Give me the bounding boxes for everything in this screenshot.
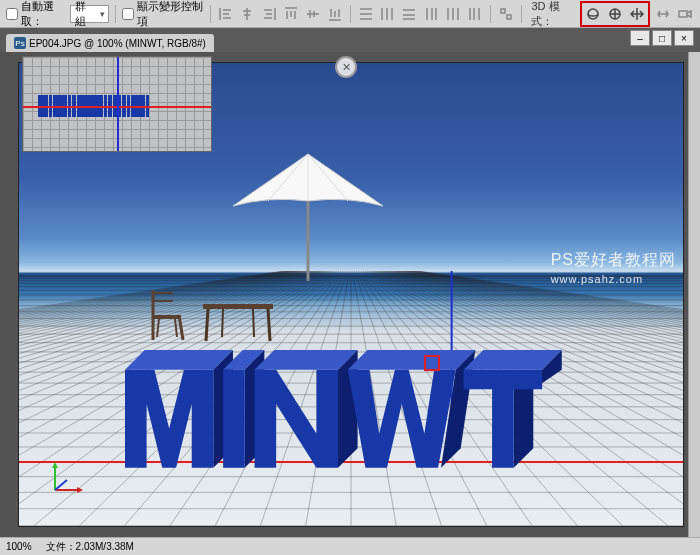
svg-rect-135 [223, 370, 245, 468]
document-tab[interactable]: Ps EP004.JPG @ 100% (MINWT, RGB/8#) [6, 34, 214, 52]
svg-rect-1 [507, 15, 511, 19]
svg-rect-0 [501, 9, 505, 13]
camera-3d-icon[interactable] [676, 4, 694, 24]
close-button[interactable]: × [674, 30, 694, 46]
align-middle-icon[interactable] [304, 4, 322, 24]
watermark-url: www.psahz.com [551, 273, 676, 285]
divider [350, 5, 351, 23]
distribute-v-icon[interactable] [379, 4, 397, 24]
orbit-3d-icon[interactable] [583, 4, 603, 24]
divider [521, 5, 522, 23]
chair [145, 285, 195, 345]
selection-cursor [424, 355, 440, 371]
distribute-left-icon[interactable] [422, 4, 440, 24]
options-toolbar: 自動選取： 群組 顯示變形控制項 3D 模式： [0, 0, 700, 28]
distribute-h-icon[interactable] [444, 4, 462, 24]
align-bottom-icon[interactable] [326, 4, 344, 24]
distribute-right-icon[interactable] [466, 4, 484, 24]
group-dropdown[interactable]: 群組 [70, 5, 108, 23]
svg-line-123 [253, 309, 254, 337]
auto-align-icon[interactable] [497, 4, 515, 24]
align-left-icon[interactable] [217, 4, 235, 24]
watermark-title: PS爱好者教程网 [551, 251, 676, 268]
tab-title: EP004.JPG @ 100% (MINWT, RGB/8#) [29, 38, 206, 49]
minimap-close-button[interactable]: ✕ [335, 56, 357, 78]
transform-controls-label: 顯示變形控制項 [137, 0, 204, 29]
minimap-blue-axis [117, 57, 119, 151]
ps-file-icon: Ps [14, 37, 26, 49]
svg-line-121 [268, 309, 270, 341]
mode-3d-highlight [580, 1, 650, 27]
distribute-top-icon[interactable] [357, 4, 375, 24]
distribute-bottom-icon[interactable] [400, 4, 418, 24]
minimap-panel[interactable] [22, 56, 212, 152]
transform-controls-checkbox[interactable] [122, 8, 134, 20]
svg-point-2 [588, 9, 598, 19]
tab-bar: Ps EP004.JPG @ 100% (MINWT, RGB/8#) [0, 28, 700, 52]
auto-select-checkbox[interactable] [6, 8, 18, 20]
table [198, 299, 278, 344]
vertical-scrollbar[interactable] [688, 52, 700, 537]
align-center-h-icon[interactable] [239, 4, 257, 24]
maximize-button[interactable]: □ [652, 30, 672, 46]
rotate-3d-icon[interactable] [605, 4, 625, 24]
divider [115, 5, 116, 23]
divider [210, 5, 211, 23]
status-bar: 100% 文件：2.03M/3.38M [0, 537, 700, 555]
slide-3d-icon[interactable] [654, 4, 672, 24]
window-controls: – □ × [630, 30, 694, 46]
mode-3d-label: 3D 模式： [531, 0, 576, 29]
transform-controls-group: 顯示變形控制項 [122, 0, 204, 29]
axis-gizmo[interactable] [47, 458, 87, 498]
doc-info: 文件：2.03M/3.38M [46, 540, 134, 554]
auto-select-label: 自動選取： [21, 0, 67, 29]
svg-line-120 [206, 309, 208, 341]
watermark: PS爱好者教程网 www.psahz.com [551, 250, 676, 285]
svg-marker-146 [77, 487, 83, 493]
svg-marker-138 [348, 350, 476, 370]
svg-marker-144 [52, 462, 58, 468]
svg-rect-119 [203, 304, 273, 309]
text-3d-minwt [125, 350, 577, 489]
zoom-level[interactable]: 100% [6, 541, 32, 552]
svg-line-130 [175, 319, 177, 337]
umbrella [218, 146, 398, 286]
svg-rect-127 [153, 315, 181, 319]
svg-line-128 [179, 315, 183, 340]
svg-rect-4 [679, 11, 687, 17]
divider [490, 5, 491, 23]
align-right-icon[interactable] [260, 4, 278, 24]
svg-line-122 [222, 309, 223, 337]
svg-line-129 [157, 319, 159, 337]
minimize-button[interactable]: – [630, 30, 650, 46]
pan-3d-icon[interactable] [627, 4, 647, 24]
auto-select-group: 自動選取： 群組 [6, 0, 109, 29]
align-top-icon[interactable] [282, 4, 300, 24]
svg-line-147 [55, 480, 67, 490]
